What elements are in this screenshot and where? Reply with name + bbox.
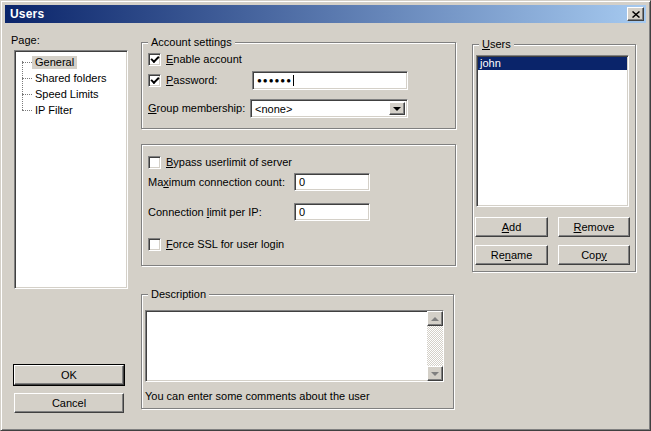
users-group-title: Users — [479, 38, 514, 51]
description-title: Description — [148, 288, 209, 301]
group-membership-value: <none> — [255, 103, 292, 116]
scroll-up-button[interactable] — [427, 311, 443, 326]
list-item[interactable]: john — [478, 57, 627, 70]
tree-item-label: Shared folders — [32, 72, 110, 85]
close-button[interactable] — [627, 7, 644, 21]
max-connection-count-label: Maximum connection count: — [148, 176, 285, 189]
enable-account-label: Enable account — [166, 53, 242, 66]
users-dialog: Users Page: General Shared folders Speed… — [0, 0, 651, 431]
tree-branch-icon — [22, 62, 32, 63]
force-ssl-checkbox[interactable] — [148, 238, 161, 251]
tree-item-label: General — [32, 56, 77, 69]
page-label: Page: — [11, 34, 40, 47]
add-button[interactable]: Add — [475, 217, 548, 237]
arrow-up-icon — [431, 317, 439, 321]
remove-button[interactable]: Remove — [558, 217, 630, 237]
tree-item-label: IP Filter — [32, 104, 76, 117]
tree-branch-icon — [22, 110, 32, 111]
copy-button[interactable]: Copy — [558, 245, 630, 265]
max-connection-count-input[interactable]: 0 — [294, 173, 370, 191]
password-input[interactable]: ●●●●●● — [252, 71, 408, 90]
scrollbar-track — [427, 326, 443, 366]
connection-settings-group: Bypass userlimit of server Maximum conne… — [141, 144, 456, 266]
connection-limit-per-ip-label: Connection limit per IP: — [148, 206, 262, 219]
titlebar[interactable]: Users — [5, 5, 646, 23]
bypass-userlimit-label: Bypass userlimit of server — [166, 156, 292, 169]
tree-branch-icon — [22, 94, 32, 95]
text-caret — [293, 75, 294, 86]
tree-item-speed-limits[interactable]: Speed Limits — [15, 86, 127, 102]
users-group: Users john Add Remove Rename Copy — [472, 44, 636, 272]
account-settings-group: Account settings Enable account Password… — [141, 42, 456, 129]
ok-button[interactable]: OK — [14, 365, 124, 385]
rename-button[interactable]: Rename — [475, 245, 548, 265]
tree-item-ip-filter[interactable]: IP Filter — [15, 102, 127, 118]
group-membership-label: Group membership: — [148, 102, 245, 115]
tree-item-shared-folders[interactable]: Shared folders — [15, 70, 127, 86]
password-value: ●●●●●● — [257, 76, 292, 85]
tree-branch-icon — [22, 78, 32, 79]
tree-item-label: Speed Limits — [32, 88, 102, 101]
scroll-down-button[interactable] — [427, 366, 443, 381]
bypass-userlimit-checkbox[interactable] — [148, 156, 161, 169]
description-note: You can enter some comments about the us… — [145, 390, 370, 403]
cancel-button[interactable]: Cancel — [14, 393, 124, 413]
vertical-scrollbar[interactable] — [427, 311, 443, 381]
tree-item-general[interactable]: General — [15, 54, 127, 70]
account-settings-title: Account settings — [148, 36, 235, 49]
password-label: Password: — [166, 74, 217, 87]
close-icon — [632, 11, 640, 18]
group-membership-select[interactable]: <none> — [250, 99, 408, 118]
page-tree[interactable]: General Shared folders Speed Limits IP F… — [14, 50, 128, 289]
chevron-down-icon — [393, 107, 401, 111]
description-group: Description You can enter some comments … — [141, 294, 454, 409]
users-listbox[interactable]: john — [476, 55, 629, 207]
description-textarea[interactable] — [145, 310, 444, 382]
connection-limit-per-ip-value: 0 — [299, 206, 305, 218]
max-connection-count-value: 0 — [299, 176, 305, 188]
arrow-down-icon — [431, 372, 439, 376]
enable-account-checkbox[interactable] — [148, 53, 161, 66]
connection-limit-per-ip-input[interactable]: 0 — [294, 203, 370, 221]
force-ssl-label: Force SSL for user login — [166, 238, 284, 251]
dropdown-button[interactable] — [389, 102, 405, 115]
window-title: Users — [10, 7, 44, 21]
password-checkbox[interactable] — [148, 74, 161, 87]
